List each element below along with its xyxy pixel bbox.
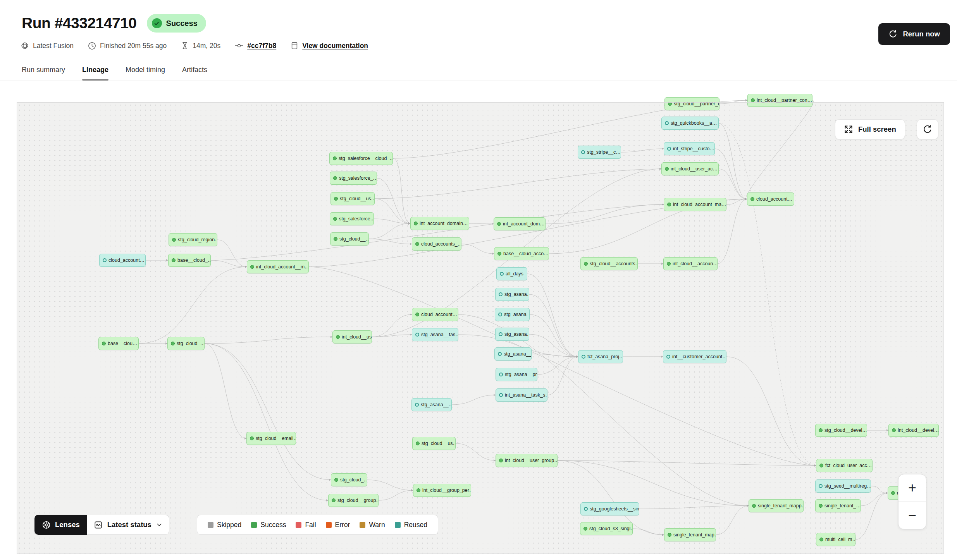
aperture-icon [42, 520, 51, 529]
graph-node[interactable]: stg_cloud__… [330, 232, 369, 246]
graph-node[interactable]: int_stripe__custo… [664, 142, 715, 155]
graph-node[interactable]: int_cloud_account__m… [247, 260, 309, 273]
node-label: base__clou… [108, 341, 137, 346]
node-label: multi_cell_m… [825, 537, 855, 542]
chevron-down-icon [156, 522, 162, 528]
canvas-top-border [17, 102, 944, 103]
graph-node[interactable]: stg_asana… [495, 328, 529, 341]
graph-edge [861, 493, 888, 506]
view-documentation-link[interactable]: View documentation [302, 42, 368, 50]
success-dot-icon [665, 167, 669, 171]
graph-edge [217, 240, 247, 267]
graph-node[interactable]: int_cloud_account_ma… [664, 198, 726, 211]
graph-node[interactable]: stg_salesforce… [330, 212, 374, 225]
rerun-now-button[interactable]: Rerun now [878, 23, 950, 45]
graph-node[interactable]: cloud_account… [99, 254, 146, 267]
node-label: stg_asana__… [504, 351, 532, 357]
graph-node[interactable]: stg_asana__… [411, 398, 452, 411]
success-dot-icon [416, 441, 420, 445]
graph-node[interactable]: single_tenant_mapp… [749, 499, 804, 512]
graph-node[interactable]: stg_cloud_region… [169, 233, 217, 246]
zoom-in-button[interactable]: + [898, 474, 926, 502]
graph-node[interactable]: stg_cloud__email… [246, 432, 296, 445]
refresh-icon [923, 124, 933, 134]
graph-node[interactable]: int_cloud__accoun… [663, 257, 718, 270]
tab-lineage[interactable]: Lineage [82, 66, 108, 80]
graph-node[interactable]: stg_asana__… [494, 347, 532, 361]
node-label: int_cloud__devel… [898, 428, 939, 433]
node-label: cloud_accounts_… [421, 241, 461, 247]
graph-node[interactable]: stg_asana__tas… [412, 328, 458, 341]
graph-node[interactable]: int_cloud__user_ac… [661, 162, 719, 175]
graph-node[interactable]: int_cloud__group_per… [413, 484, 471, 497]
clock-icon [88, 41, 96, 50]
legend-item-warn: Warn [360, 521, 385, 529]
graph-node[interactable]: stg_cloud__us… [330, 192, 375, 205]
full-screen-button[interactable]: Full screen [835, 119, 905, 139]
lens-selector[interactable]: Latest status [87, 515, 169, 535]
graph-node[interactable]: fct_cloud_user_acc… [816, 459, 873, 472]
lenses-button[interactable]: Lenses [34, 515, 87, 535]
graph-edge [139, 267, 247, 344]
success-dot-icon [499, 459, 503, 462]
graph-node[interactable]: multi_cell_m… [816, 533, 855, 546]
tab-model-timing[interactable]: Model timing [126, 66, 165, 80]
graph-node[interactable]: stg_salesforce_… [330, 172, 377, 185]
graph-edge [746, 100, 813, 199]
commit-link[interactable]: #cc7f7b8 [247, 42, 276, 50]
graph-node[interactable]: int_account_dom… [494, 217, 546, 230]
graph-edge [547, 357, 578, 395]
graph-node[interactable]: base__cloud_… [168, 254, 211, 267]
graph-node[interactable]: stg_cloud__partner_c… [664, 97, 719, 110]
graph-node[interactable]: cloud_accounts_… [412, 237, 461, 251]
node-label: stg_asana… [504, 332, 529, 337]
graph-node[interactable]: int_cloud__partner_con… [747, 94, 812, 107]
graph-edge [205, 344, 331, 480]
graph-node[interactable]: stg_seed__multireg… [815, 479, 871, 493]
graph-node[interactable]: base__clou… [98, 337, 139, 350]
graph-node[interactable]: base__cloud_acco… [494, 247, 549, 260]
reused-ring-icon [103, 258, 107, 262]
graph-node[interactable]: stg_cloud__us… [412, 437, 456, 450]
graph-node[interactable]: single_tenant_map… [664, 528, 716, 541]
graph-node[interactable]: int_cloud__us… [332, 330, 372, 344]
success-dot-icon [414, 222, 418, 225]
node-label: stg_cloud_region… [178, 237, 217, 242]
graph-node[interactable]: stg_cloud__group… [328, 494, 379, 507]
graph-node[interactable]: stg_quickbooks__a… [661, 117, 719, 130]
graph-edge [530, 314, 578, 357]
graph-node[interactable]: cloud_account… [747, 192, 794, 206]
graph-edge [456, 443, 496, 460]
graph-node[interactable]: stg_cloud_… [167, 337, 205, 350]
graph-node[interactable]: stg_stripe__c… [578, 146, 621, 159]
graph-node[interactable]: fct_asana_proj… [578, 350, 623, 363]
refresh-button[interactable] [917, 119, 938, 139]
graph-node[interactable]: stg_asana__pr… [496, 368, 537, 381]
graph-node[interactable]: stg_salesforce__cloud_… [329, 152, 393, 165]
success-color-swatch [251, 522, 257, 528]
graph-node[interactable]: stg_cloud__accounts… [580, 257, 638, 270]
tab-run-summary[interactable]: Run summary [22, 66, 65, 80]
graph-node[interactable]: all_days [496, 267, 527, 280]
graph-node[interactable]: int_asana__task_s… [496, 388, 547, 402]
graph-node[interactable]: int_account_domain… [410, 217, 469, 230]
reused-ring-icon [499, 332, 503, 336]
lineage-canvas[interactable]: stg_cloud__partner_c…int_cloud__partner_… [17, 102, 944, 554]
zoom-out-button[interactable]: − [898, 502, 926, 529]
graph-node[interactable]: stg_cloud_s3_singl… [580, 522, 633, 535]
graph-node[interactable]: single_tenant_… [815, 499, 861, 512]
graph-node[interactable]: int__customer_account… [663, 350, 726, 363]
node-label: stg_seed__multireg… [824, 483, 871, 489]
graph-node[interactable]: cloud_account… [412, 308, 458, 321]
graph-node[interactable]: stg_cloud_… [331, 473, 367, 486]
graph-node[interactable]: stg_asana… [495, 288, 529, 301]
graph-node[interactable]: int_cloud__user_group… [496, 454, 558, 467]
graph-node[interactable]: stg_asana_… [495, 308, 530, 321]
graph-node[interactable]: stg_cloud__devel… [815, 424, 867, 437]
graph-node[interactable]: int_cloud__devel… [888, 424, 939, 437]
success-dot-icon [333, 156, 337, 160]
tab-artifacts[interactable]: Artifacts [182, 66, 207, 80]
graph-edge [369, 223, 410, 239]
graph-node[interactable]: stg_googlesheets__sin… [580, 502, 639, 515]
graph-edge [452, 395, 496, 405]
